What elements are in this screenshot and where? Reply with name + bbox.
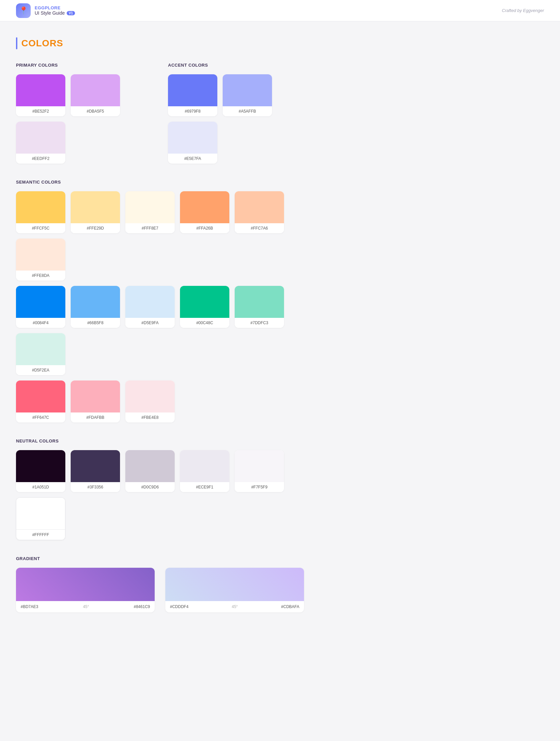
color-label: #3F3356 — [71, 482, 120, 492]
primary-accent-row: PRIMARY COLORS #BE52F2 #DBA5F5 #EEDFF2 A… — [16, 63, 304, 163]
color-card: #FFE8DA — [16, 239, 65, 280]
color-label: #FFCF5C — [16, 223, 65, 233]
logo-box: 📍 — [16, 3, 31, 18]
color-card: #6979F8 — [168, 74, 217, 116]
color-swatch — [16, 122, 65, 154]
color-label: #FFC7A6 — [235, 223, 284, 233]
color-card: #FFA26B — [180, 191, 229, 233]
color-swatch — [71, 381, 120, 412]
logo-pin-icon: 📍 — [19, 6, 28, 15]
color-card: #A5AFFB — [223, 74, 272, 116]
main-content: COLORS PRIMARY COLORS #BE52F2 #DBA5F5 #E… — [0, 21, 320, 645]
color-card: #E5E7FA — [168, 122, 217, 163]
gradient-group: GRADIENT #BD7AE3 45° #8461C9 #CDDDF4 45°… — [16, 556, 304, 612]
color-card: #BE52F2 — [16, 74, 65, 116]
gradient-card-2: #CDDDF4 45° #CDBAFA — [165, 568, 304, 612]
color-card: #FBE4E8 — [125, 381, 175, 422]
brand-info: EGGPLORE UI Style Guide V1 — [35, 5, 75, 16]
neutral-colors-title: NEUTRAL COLORS — [16, 439, 304, 444]
color-card: #D5F2EA — [16, 333, 65, 375]
gradient-swatch-2 — [165, 568, 304, 601]
color-swatch — [125, 191, 175, 223]
brand-subtitle: UI Style Guide V1 — [35, 10, 75, 16]
color-card: #D0C9D6 — [125, 450, 175, 492]
color-swatch — [180, 450, 229, 482]
color-swatch — [16, 381, 65, 412]
accent-colors-row: #6979F8 #A5AFFB #E5E7FA — [168, 74, 304, 163]
semantic-colors-title: SEMANTIC COLORS — [16, 180, 304, 185]
color-label: #E5E7FA — [168, 154, 217, 163]
semantic-row-2: #0084F4 #66B5F8 #D5E9FA #00C48C #7DDFC3 … — [16, 286, 304, 375]
color-label: #0084F4 — [16, 318, 65, 328]
color-card: #FF647C — [16, 381, 65, 422]
accent-colors-title: ACCENT COLORS — [168, 63, 304, 68]
color-label: #66B5F8 — [71, 318, 120, 328]
gradient-angle-1: 45° — [83, 604, 89, 609]
color-label: #FDAFBB — [71, 412, 120, 422]
gradient-from-1: #BD7AE3 — [21, 604, 38, 609]
color-label: #FFE29D — [71, 223, 120, 233]
color-label: #EEDFF2 — [16, 154, 65, 163]
color-card: #FFFFFF — [16, 497, 65, 540]
color-label: #7DDFC3 — [235, 318, 284, 328]
gradient-to-2: #CDBAFA — [281, 604, 299, 609]
color-swatch — [16, 333, 65, 365]
gradient-title: GRADIENT — [16, 556, 304, 561]
color-swatch — [71, 286, 120, 318]
color-swatch — [16, 239, 65, 271]
color-swatch — [125, 286, 175, 318]
color-label: #FFE8DA — [16, 271, 65, 280]
color-card: #7DDFC3 — [235, 286, 284, 328]
header-left: 📍 EGGPLORE UI Style Guide V1 — [16, 3, 75, 18]
color-swatch — [168, 74, 217, 106]
color-card: #FFF8E7 — [125, 191, 175, 233]
color-label: #DBA5F5 — [71, 106, 120, 116]
page-title: COLORS — [21, 38, 63, 49]
color-label: #D5E9FA — [125, 318, 175, 328]
color-label: #D0C9D6 — [125, 482, 175, 492]
color-swatch — [71, 450, 120, 482]
gradient-label-1: #BD7AE3 45° #8461C9 — [16, 601, 155, 612]
version-badge: V1 — [67, 11, 75, 15]
color-card: #0084F4 — [16, 286, 65, 328]
gradient-angle-2: 45° — [232, 604, 238, 609]
color-label: #FBE4E8 — [125, 412, 175, 422]
color-label: #FF647C — [16, 412, 65, 422]
color-label: #BE52F2 — [16, 106, 65, 116]
color-swatch — [16, 498, 65, 530]
color-label: #F7F5F9 — [235, 482, 284, 492]
color-card: #FFCF5C — [16, 191, 65, 233]
color-label: #FFF8E7 — [125, 223, 175, 233]
color-label: #00C48C — [180, 318, 229, 328]
color-label: #1A051D — [16, 482, 65, 492]
primary-colors-group: PRIMARY COLORS #BE52F2 #DBA5F5 #EEDFF2 — [16, 63, 152, 163]
color-swatch — [168, 122, 217, 154]
color-card: #F7F5F9 — [235, 450, 284, 492]
gradient-swatch-1 — [16, 568, 155, 601]
semantic-row-1: #FFCF5C #FFE29D #FFF8E7 #FFA26B #FFC7A6 … — [16, 191, 304, 280]
color-swatch — [235, 191, 284, 223]
color-card: #EEDFF2 — [16, 122, 65, 163]
subtitle-text: UI Style Guide — [35, 10, 65, 16]
color-card: #66B5F8 — [71, 286, 120, 328]
gradient-row: #BD7AE3 45° #8461C9 #CDDDF4 45° #CDBAFA — [16, 568, 304, 612]
color-swatch — [16, 191, 65, 223]
color-label: #FFA26B — [180, 223, 229, 233]
color-card: #FFC7A6 — [235, 191, 284, 233]
color-swatch — [16, 286, 65, 318]
color-swatch — [223, 74, 272, 106]
gradient-to-1: #8461C9 — [134, 604, 150, 609]
color-swatch — [180, 191, 229, 223]
color-label: #A5AFFB — [223, 106, 272, 116]
color-swatch — [235, 450, 284, 482]
color-card: #3F3356 — [71, 450, 120, 492]
semantic-row-3: #FF647C #FDAFBB #FBE4E8 — [16, 381, 304, 422]
crafted-by: Crafted by Eggvenger — [502, 8, 544, 13]
neutral-colors-group: NEUTRAL COLORS #1A051D #3F3356 #D0C9D6 #… — [16, 439, 304, 540]
color-card: #DBA5F5 — [71, 74, 120, 116]
color-card: #00C48C — [180, 286, 229, 328]
accent-colors-group: ACCENT COLORS #6979F8 #A5AFFB #E5E7FA — [168, 63, 304, 163]
color-label: #D5F2EA — [16, 365, 65, 375]
color-label: #ECE9F1 — [180, 482, 229, 492]
title-bar-accent — [16, 37, 17, 49]
